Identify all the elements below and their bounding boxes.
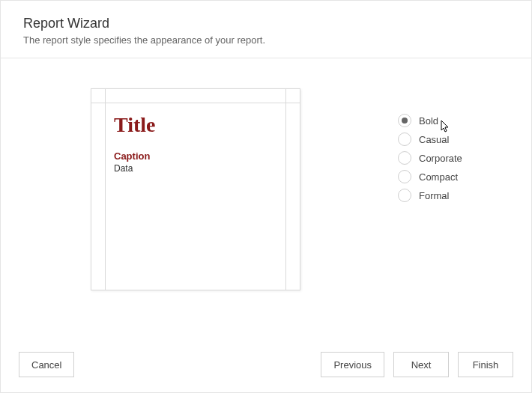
style-option-label: Casual (419, 134, 449, 145)
dialog-title: Report Wizard (23, 16, 509, 31)
style-option-bold[interactable]: Bold (398, 114, 462, 127)
dialog-footer: Cancel Previous Next Finish (1, 341, 531, 392)
preview-title: Title (114, 113, 277, 137)
style-preview: Title Caption Data (91, 88, 300, 290)
footer-spacer (74, 352, 312, 377)
preview-data: Data (114, 163, 277, 174)
style-option-formal[interactable]: Formal (398, 189, 462, 202)
radio-icon (398, 170, 411, 183)
next-button[interactable]: Next (393, 352, 449, 377)
preview-grid-line (91, 103, 300, 103)
dialog-content: Title Caption Data Bold Casual (1, 58, 531, 341)
preview-caption: Caption (114, 150, 277, 162)
style-option-compact[interactable]: Compact (398, 170, 462, 183)
report-wizard-dialog: Report Wizard The report style specifies… (0, 0, 532, 393)
style-option-corporate[interactable]: Corporate (398, 151, 462, 165)
radio-icon (398, 189, 411, 202)
dialog-subtitle: The report style specifies the appearanc… (23, 34, 509, 46)
preview-body: Title Caption Data (114, 113, 277, 174)
style-preview-panel: Title Caption Data (91, 88, 300, 290)
cancel-button[interactable]: Cancel (19, 352, 74, 377)
style-option-label: Compact (419, 171, 458, 183)
radio-icon (398, 151, 411, 165)
previous-button[interactable]: Previous (321, 352, 384, 377)
style-option-label: Corporate (419, 153, 462, 164)
style-options-list: Bold Casual Corporate Compact (398, 114, 462, 202)
radio-icon (398, 114, 411, 127)
style-option-label: Formal (419, 190, 449, 201)
style-option-casual[interactable]: Casual (398, 132, 462, 146)
dialog-header: Report Wizard The report style specifies… (1, 1, 531, 58)
finish-button[interactable]: Finish (458, 352, 513, 377)
style-option-label: Bold (419, 115, 438, 127)
radio-icon (398, 132, 411, 146)
